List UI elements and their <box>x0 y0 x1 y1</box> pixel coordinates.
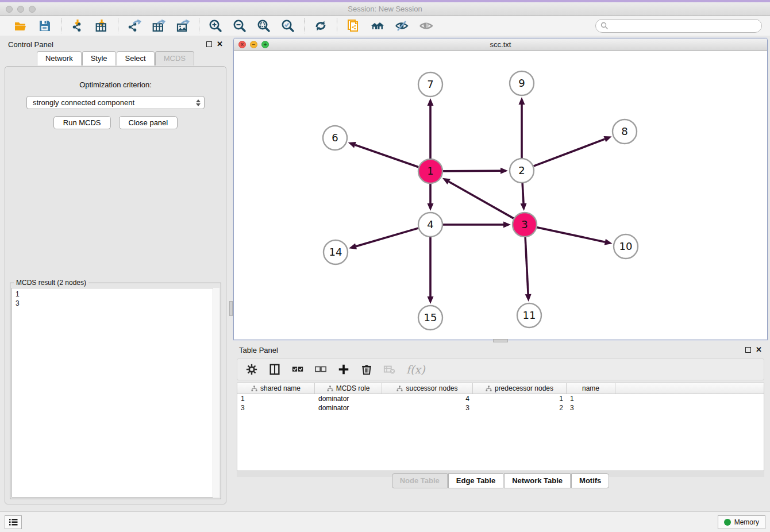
search-box[interactable] <box>595 19 762 33</box>
select-all-button[interactable] <box>291 363 304 376</box>
network-titlebar[interactable]: × − + scc.txt <box>234 38 767 51</box>
edge-2-3[interactable] <box>522 183 523 203</box>
column-visibility-button[interactable] <box>268 363 281 376</box>
edge-arrowhead <box>519 97 525 105</box>
column-header-MCDS-role[interactable]: MCDS role <box>315 383 382 394</box>
column-header-predecessor-nodes[interactable]: predecessor nodes <box>473 383 567 394</box>
maximize-window-button[interactable] <box>29 6 36 13</box>
graph-node-2[interactable]: 2 <box>510 159 534 183</box>
table-row[interactable]: 3dominator323 <box>237 403 764 413</box>
node-label: 2 <box>518 164 525 176</box>
minimize-window-button[interactable] <box>17 6 24 13</box>
table-row[interactable]: 1dominator411 <box>237 394 764 403</box>
tab-network[interactable]: Network <box>37 51 82 65</box>
graph-node-9[interactable]: 9 <box>510 71 534 95</box>
zoom-selected-button[interactable] <box>280 18 296 33</box>
zoom-in-button[interactable] <box>207 18 224 33</box>
export-network-button[interactable] <box>126 18 143 33</box>
close-window-button[interactable] <box>6 6 13 13</box>
result-scrollbar[interactable] <box>213 288 220 498</box>
tab-motifs[interactable]: Motifs <box>571 473 609 488</box>
tab-select[interactable]: Select <box>117 51 155 65</box>
close-panel-icon[interactable]: ✕ <box>217 41 223 47</box>
vertical-splitter-handle[interactable] <box>229 301 233 316</box>
tab-node-table[interactable]: Node Table <box>392 473 448 488</box>
tab-mcds[interactable]: MCDS <box>155 51 194 65</box>
edge-1-2[interactable] <box>443 171 500 171</box>
edge-arrowhead <box>428 296 434 304</box>
column-header-name[interactable]: name <box>567 383 615 394</box>
graph-node-7[interactable]: 7 <box>418 72 442 97</box>
graph-node-14[interactable]: 14 <box>324 240 348 264</box>
open-session-button[interactable] <box>13 18 29 33</box>
network-maximize-icon[interactable]: + <box>261 41 269 48</box>
zoom-fit-icon <box>257 19 271 33</box>
table-cell[interactable]: 3 <box>567 404 615 412</box>
apply-layout-button[interactable] <box>313 18 329 33</box>
graph-node-8[interactable]: 8 <box>613 119 637 144</box>
node-label: 15 <box>424 311 437 323</box>
graph-node-3[interactable]: 3 <box>513 213 537 237</box>
float-panel-icon[interactable] <box>206 41 212 47</box>
export-table-button[interactable] <box>151 18 167 33</box>
save-session-button[interactable] <box>37 18 53 33</box>
float-table-panel-icon[interactable] <box>745 347 751 353</box>
window-controls[interactable] <box>6 6 36 13</box>
criterion-dropdown[interactable]: strongly connected component <box>26 96 205 109</box>
memory-button[interactable]: Memory <box>718 515 765 529</box>
duplicate-network-button[interactable] <box>345 18 361 33</box>
table-cell[interactable]: dominator <box>315 404 382 412</box>
edge-3-10[interactable] <box>537 228 605 242</box>
network-close-icon[interactable]: × <box>238 41 246 48</box>
edge-3-1[interactable] <box>449 182 514 218</box>
tab-style[interactable]: Style <box>82 51 116 65</box>
network-minimize-icon[interactable]: − <box>250 41 257 48</box>
add-column-button[interactable] <box>337 363 350 376</box>
graph-node-1[interactable]: 1 <box>418 159 442 183</box>
network-title: scc.txt <box>490 40 511 49</box>
column-header-shared-name[interactable]: shared name <box>237 383 315 394</box>
graph-node-4[interactable]: 4 <box>418 213 442 237</box>
search-input[interactable] <box>611 22 757 30</box>
hide-graphics-button[interactable] <box>394 18 410 33</box>
table-cell[interactable]: 1 <box>473 395 567 403</box>
graph-node-6[interactable]: 6 <box>323 126 347 150</box>
table-cell[interactable]: 4 <box>382 395 473 403</box>
edge-4-14[interactable] <box>356 228 418 246</box>
zoom-fit-button[interactable] <box>256 18 272 33</box>
table-cell[interactable]: dominator <box>315 395 382 403</box>
export-image-button[interactable] <box>175 18 191 33</box>
graph-node-10[interactable]: 10 <box>614 234 638 259</box>
mcds-result-list[interactable]: 1 3 <box>11 288 220 498</box>
network-canvas[interactable]: 7968124314101511 <box>234 51 767 340</box>
close-panel-button[interactable]: Close panel <box>119 116 178 129</box>
control-panel-header: Control Panel ✕ <box>2 38 229 51</box>
first-neighbors-button[interactable] <box>369 18 386 33</box>
node-table[interactable]: shared nameMCDS rolesuccessor nodesprede… <box>237 383 764 471</box>
column-header-successor-nodes[interactable]: successor nodes <box>382 383 473 394</box>
table-cell[interactable]: 1 <box>567 395 615 403</box>
edge-3-11[interactable] <box>525 237 528 294</box>
tab-edge-table[interactable]: Edge Table <box>448 473 503 488</box>
delete-column-button[interactable] <box>360 363 373 376</box>
table-cell[interactable]: 1 <box>237 395 315 403</box>
table-cell[interactable]: 3 <box>382 404 473 412</box>
graph-node-15[interactable]: 15 <box>418 306 442 330</box>
graph-node-11[interactable]: 11 <box>517 303 541 327</box>
horizontal-splitter-handle[interactable] <box>493 339 508 342</box>
optimization-criterion-label: Optimization criterion: <box>10 80 221 89</box>
task-history-button[interactable] <box>5 515 22 529</box>
import-network-button[interactable] <box>70 18 86 33</box>
task-list-icon <box>9 518 18 526</box>
tab-network-table[interactable]: Network Table <box>504 473 571 488</box>
table-cell[interactable]: 2 <box>473 404 567 412</box>
deselect-all-button[interactable] <box>314 363 327 376</box>
table-cell[interactable]: 3 <box>237 404 315 412</box>
run-mcds-button[interactable]: Run MCDS <box>53 116 111 129</box>
close-table-panel-icon[interactable]: ✕ <box>756 347 762 353</box>
import-table-button[interactable] <box>94 18 110 33</box>
edge-2-8[interactable] <box>534 139 605 166</box>
zoom-out-button[interactable] <box>232 18 248 33</box>
table-settings-button[interactable] <box>245 363 258 376</box>
edge-1-6[interactable] <box>355 145 418 167</box>
